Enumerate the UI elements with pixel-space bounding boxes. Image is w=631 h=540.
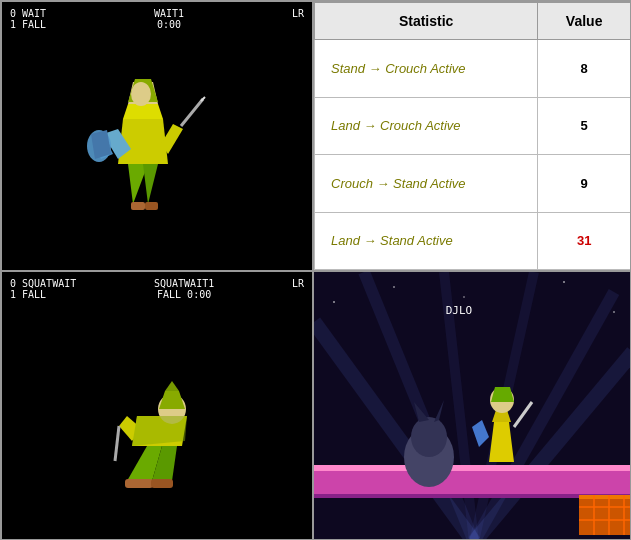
statistics-panel: Statistic Value Stand → Crouch Active8La… [313, 1, 631, 271]
svg-marker-3 [123, 104, 163, 119]
bottom-right-game-scene: DJLO [313, 271, 631, 540]
top-left-game-screen: 0 WAIT 1 FALL WAIT1 0:00 LR [1, 1, 313, 271]
stat-name-cell: Stand → Crouch Active [315, 40, 538, 98]
svg-marker-21 [159, 391, 185, 409]
hud-state-2: 1 FALL [10, 19, 46, 30]
svg-point-47 [463, 296, 465, 298]
bottom-left-game-screen: 0 SQUATWAIT 1 FALL SQUATWAIT1 FALL 0:00 … [1, 271, 313, 540]
hud-bl-side: LR [292, 278, 304, 300]
svg-point-46 [393, 286, 395, 288]
stat-name-cell: Crouch → Stand Active [315, 155, 538, 213]
svg-rect-25 [125, 479, 153, 488]
svg-line-10 [201, 97, 205, 101]
hud-time: 0:00 [157, 19, 181, 30]
svg-point-49 [613, 311, 615, 313]
hud-top-left: 0 WAIT 1 FALL WAIT1 0:00 LR [2, 8, 312, 30]
hud-bl-state-1: 0 SQUATWAIT [10, 278, 76, 289]
main-grid: 0 WAIT 1 FALL WAIT1 0:00 LR [1, 1, 631, 540]
hud-anim-name: WAIT1 [154, 8, 184, 19]
svg-marker-27 [132, 416, 187, 446]
svg-marker-57 [491, 387, 514, 402]
col-header-value: Value [538, 3, 631, 40]
crouching-character [97, 371, 217, 491]
stat-name-cell: Land → Stand Active [315, 212, 538, 270]
svg-point-45 [333, 301, 335, 303]
stats-table: Statistic Value Stand → Crouch Active8La… [314, 2, 631, 270]
svg-rect-39 [579, 495, 631, 499]
hud-bl-anim: SQUATWAIT1 [154, 278, 214, 289]
hud-left-info: 0 WAIT 1 FALL [10, 8, 46, 30]
svg-marker-1 [143, 164, 158, 204]
svg-line-9 [181, 99, 203, 126]
hud-state-1: 0 WAIT [10, 8, 46, 19]
svg-rect-15 [131, 202, 145, 210]
svg-point-51 [411, 417, 447, 457]
table-row: Crouch → Stand Active9 [315, 155, 631, 213]
hud-center-info: WAIT1 0:00 [154, 8, 184, 30]
svg-marker-13 [133, 69, 151, 79]
hud-bl-anim2: FALL [157, 289, 181, 300]
svg-rect-16 [145, 202, 158, 210]
table-row: Land → Stand Active31 [315, 212, 631, 270]
svg-line-24 [115, 426, 119, 461]
svg-point-48 [563, 281, 565, 283]
hud-bl-center: SQUATWAIT1 FALL 0:00 [154, 278, 214, 300]
stat-value-cell: 5 [538, 97, 631, 155]
svg-point-14 [131, 82, 151, 106]
stat-value-cell: 31 [538, 212, 631, 270]
standing-character [73, 64, 213, 224]
djlo-text: DJLO [446, 304, 473, 317]
col-header-statistic: Statistic [315, 3, 538, 40]
svg-rect-35 [314, 467, 631, 497]
hud-bottom-left: 0 SQUATWAIT 1 FALL SQUATWAIT1 FALL 0:00 … [2, 278, 312, 300]
svg-marker-22 [165, 381, 179, 391]
svg-rect-38 [579, 495, 631, 535]
hud-bl-time: 0:00 [187, 289, 211, 300]
hud-side: LR [292, 8, 304, 30]
table-row: Stand → Crouch Active8 [315, 40, 631, 98]
hud-bl-state-2: 1 FALL [10, 289, 76, 300]
svg-rect-26 [151, 479, 173, 488]
svg-rect-36 [314, 465, 631, 471]
hud-bl-left: 0 SQUATWAIT 1 FALL [10, 278, 76, 300]
stat-name-cell: Land → Crouch Active [315, 97, 538, 155]
stat-value-cell: 8 [538, 40, 631, 98]
table-row: Land → Crouch Active5 [315, 97, 631, 155]
stat-value-cell: 9 [538, 155, 631, 213]
